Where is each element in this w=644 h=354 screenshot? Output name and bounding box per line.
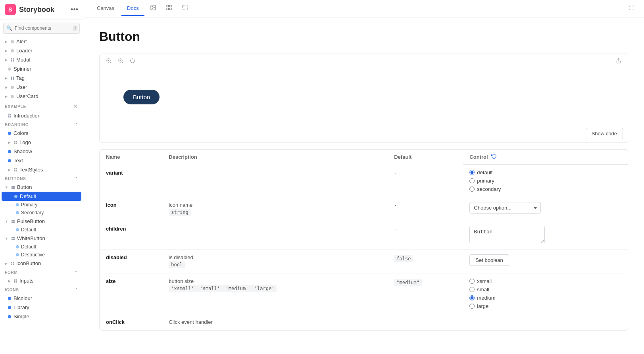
storybook-logo-icon: S bbox=[5, 4, 16, 15]
zoom-out-icon[interactable] bbox=[116, 57, 125, 65]
sidebar-item-inputs[interactable]: ▶ Inputs bbox=[0, 276, 83, 285]
prop-name-icon: icon bbox=[106, 202, 117, 208]
item-dot-icon bbox=[11, 95, 14, 98]
sidebar-item-simple[interactable]: Simple bbox=[0, 312, 83, 321]
expand-icon: ▶ bbox=[5, 40, 8, 44]
sidebar-item-iconbutton[interactable]: ▶ IconButton bbox=[0, 259, 83, 268]
set-boolean-button[interactable]: Set boolean bbox=[469, 254, 509, 266]
col-header-control: Control bbox=[463, 150, 628, 165]
section-header-buttons[interactable]: BUTTONS ⌃ bbox=[0, 174, 83, 183]
tab-canvas[interactable]: Canvas bbox=[91, 1, 120, 16]
sidebar-item-logo[interactable]: ▶ Logo bbox=[0, 138, 83, 147]
size-radio-xsmall[interactable] bbox=[469, 279, 475, 284]
expand-icon: ▶ bbox=[5, 85, 8, 89]
preview-button[interactable]: Button bbox=[123, 90, 160, 104]
grid-icon bbox=[14, 141, 17, 144]
prop-control-variant: default primary secondary bbox=[463, 165, 628, 197]
sidebar-item-pulsebutton[interactable]: ▼ PulseButton bbox=[0, 217, 83, 226]
sidebar-item-library[interactable]: Library bbox=[0, 303, 83, 312]
sidebar-item-colors[interactable]: Colors bbox=[0, 129, 83, 138]
variant-radio-group: default primary secondary bbox=[469, 169, 621, 192]
tab-docs[interactable]: Docs bbox=[121, 1, 144, 16]
zoom-reset-icon[interactable] bbox=[128, 57, 137, 65]
sidebar-item-whitebutton-destructive[interactable]: Destructive bbox=[0, 251, 83, 259]
grid-icon bbox=[14, 168, 17, 171]
size-option-large[interactable]: large bbox=[469, 303, 621, 309]
sidebar-item-button-primary[interactable]: Primary bbox=[0, 201, 83, 209]
sidebar-item-button-group[interactable]: ▼ Button bbox=[0, 183, 83, 192]
item-dot-icon bbox=[8, 132, 11, 135]
sidebar-item-whitebutton-default[interactable]: Default bbox=[0, 243, 83, 251]
col-header-name: Name bbox=[100, 150, 162, 165]
sidebar-item-alert[interactable]: ▶ Alert bbox=[0, 37, 83, 46]
search-box: 🔍 / bbox=[3, 23, 80, 34]
sidebar-item-button-default[interactable]: Default bbox=[2, 192, 81, 201]
size-radio-medium[interactable] bbox=[469, 295, 475, 300]
item-dot-icon bbox=[16, 245, 19, 248]
prop-row-variant: variant - default primary bbox=[100, 165, 628, 197]
docs-content: Button Button bbox=[83, 17, 644, 354]
preview-toolbar bbox=[100, 54, 628, 69]
share-icon[interactable] bbox=[614, 58, 623, 65]
size-option-small[interactable]: small bbox=[469, 287, 621, 292]
prop-desc-icon: icon name string bbox=[162, 197, 388, 221]
prop-control-children: Button bbox=[463, 221, 628, 250]
section-header-branding[interactable]: BRANDING ⌃ bbox=[0, 120, 83, 129]
size-radio-large[interactable] bbox=[469, 304, 475, 309]
grid-icon bbox=[14, 279, 17, 283]
children-textarea[interactable]: Button bbox=[469, 226, 545, 243]
grid-icon bbox=[11, 262, 14, 265]
size-option-xsmall[interactable]: xsmall bbox=[469, 278, 621, 284]
sidebar-item-modal[interactable]: ▶ Modal bbox=[0, 55, 83, 64]
item-dot-icon bbox=[8, 297, 11, 300]
sidebar-item-button-secondary[interactable]: Secondary bbox=[0, 209, 83, 217]
show-code-button[interactable]: Show code bbox=[586, 128, 623, 139]
tab-image-icon[interactable] bbox=[146, 1, 160, 16]
variant-option-primary[interactable]: primary bbox=[469, 178, 621, 184]
size-radio-small[interactable] bbox=[469, 287, 475, 292]
reset-controls-icon[interactable] bbox=[491, 154, 497, 160]
size-option-medium[interactable]: medium bbox=[469, 295, 621, 301]
prop-desc-disabled: is disabled bool bbox=[162, 250, 388, 273]
zoom-in-icon[interactable] bbox=[104, 57, 113, 65]
sidebar-item-introduction[interactable]: Introduction bbox=[0, 111, 83, 120]
sidebar-item-spinner[interactable]: Spinner bbox=[0, 64, 83, 73]
item-dot-icon bbox=[11, 40, 14, 43]
sidebar-item-whitebutton[interactable]: ▼ WhiteButton bbox=[0, 234, 83, 243]
fullscreen-button[interactable] bbox=[627, 4, 636, 13]
sidebar-item-text[interactable]: Text bbox=[0, 156, 83, 165]
tab-layout-icon[interactable] bbox=[178, 1, 192, 16]
variant-radio-default[interactable] bbox=[469, 170, 475, 175]
section-header-icons[interactable]: ICONS ⌃ bbox=[0, 285, 83, 294]
prop-row-children: children - Button bbox=[100, 221, 628, 250]
sidebar-item-pulsebutton-default[interactable]: Default bbox=[0, 226, 83, 234]
item-dot-icon bbox=[8, 159, 11, 162]
section-header-form[interactable]: FORM ⌃ bbox=[0, 268, 83, 276]
item-dot-icon bbox=[14, 195, 17, 198]
expand-icon: ▶ bbox=[5, 76, 8, 80]
icon-select[interactable]: Choose option... bbox=[469, 202, 541, 214]
section-header-example[interactable]: EXAMPLE ✕ bbox=[0, 101, 83, 111]
tab-grid-icon[interactable] bbox=[162, 1, 176, 16]
search-icon: 🔍 bbox=[6, 25, 12, 31]
sidebar-item-user[interactable]: ▶ User bbox=[0, 83, 83, 92]
variant-radio-secondary[interactable] bbox=[469, 187, 475, 192]
variant-option-secondary[interactable]: secondary bbox=[469, 186, 621, 192]
prop-default-onclick bbox=[388, 314, 463, 330]
icon-select-wrapper: Choose option... bbox=[469, 202, 621, 214]
top-nav: Canvas Docs bbox=[83, 0, 644, 17]
expand-icon: ▶ bbox=[8, 168, 11, 172]
sidebar-item-textstyles[interactable]: ▶ TextStyles bbox=[0, 165, 83, 174]
variant-option-default[interactable]: default bbox=[469, 169, 621, 175]
expand-icon: ▶ bbox=[5, 94, 8, 98]
grid-icon bbox=[12, 220, 15, 223]
search-input[interactable] bbox=[3, 23, 80, 34]
sidebar: S Storybook ••• 🔍 / ▶ Alert ▶ Loader ▶ M… bbox=[0, 0, 83, 354]
sidebar-item-loader[interactable]: ▶ Loader bbox=[0, 46, 83, 55]
sidebar-item-usercard[interactable]: ▶ UserCard bbox=[0, 92, 83, 101]
variant-radio-primary[interactable] bbox=[469, 178, 475, 183]
sidebar-item-shadow[interactable]: Shadow bbox=[0, 147, 83, 156]
sidebar-item-tag[interactable]: ▶ Tag bbox=[0, 73, 83, 83]
sidebar-item-bicolour[interactable]: Bicolour bbox=[0, 294, 83, 303]
more-options-button[interactable]: ••• bbox=[71, 6, 78, 14]
